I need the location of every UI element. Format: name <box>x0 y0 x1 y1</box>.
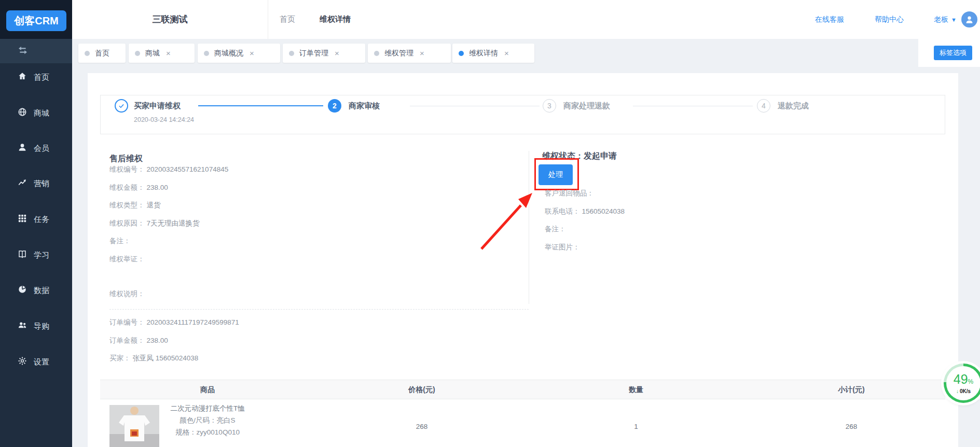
check-icon <box>118 102 125 109</box>
close-icon[interactable]: × <box>420 49 424 57</box>
annotation-arrow <box>466 186 544 258</box>
step-timestamp: 2020-03-24 14:24:24 <box>134 116 194 123</box>
book-icon <box>18 249 27 261</box>
close-icon[interactable]: × <box>335 49 339 57</box>
app-window: 创客CRM 首页 商城 会员 营销 任务 学习 数据 导购 <box>0 0 980 447</box>
col-product: 商品 <box>200 380 215 399</box>
breadcrumb-current: 维权详情 <box>320 0 351 39</box>
tab-dot <box>289 51 294 56</box>
tab-dot <box>135 51 140 56</box>
close-icon[interactable]: × <box>250 49 254 57</box>
close-icon[interactable]: × <box>504 49 509 57</box>
col-price: 价格(元) <box>408 380 435 399</box>
sidebar-item-home[interactable]: 首页 <box>0 67 72 88</box>
help-center-link[interactable]: 帮助中心 <box>875 0 904 39</box>
field-row: 备注： <box>109 236 228 246</box>
order-fields: 订单编号：202003241117197249599871 订单金额：238.0… <box>109 318 239 372</box>
field-desc: 维权说明： <box>109 289 145 299</box>
tab-rights-management[interactable]: 维权管理 × <box>368 44 451 63</box>
field-row: 维权编号：202003245571621074845 <box>109 165 228 174</box>
sidebar-item-study[interactable]: 学习 <box>0 245 72 266</box>
after-sale-fields: 维权编号：202003245571621074845 维权金额：238.00 维… <box>109 165 228 272</box>
username: 老板 <box>934 15 948 24</box>
field-row: 备注： <box>545 225 625 234</box>
field-row: 维权金额：238.00 <box>109 183 228 192</box>
col-subtotal: 小计(元) <box>838 380 864 399</box>
step-connector <box>410 106 540 106</box>
cell-quantity: 1 <box>634 423 638 430</box>
step-circle-4: 4 <box>757 99 770 113</box>
field-row: 维权原因：7天无理由退换货 <box>109 219 228 228</box>
tag-options-button[interactable]: 标签选项 <box>934 46 972 60</box>
down-arrow-icon: ↓ <box>956 388 959 394</box>
task-grid-icon <box>18 214 27 225</box>
step-connector <box>633 106 753 106</box>
user-menu[interactable]: 老板 ▼ <box>934 0 957 39</box>
after-sale-title: 售后维权 <box>109 153 143 164</box>
dashed-divider <box>109 309 529 310</box>
avatar[interactable] <box>961 11 977 27</box>
step-connector-done <box>198 105 323 106</box>
step-label-1: 买家申请维权 <box>134 101 181 111</box>
step-circle-3: 3 <box>543 99 556 113</box>
sidebar-item-tasks[interactable]: 任务 <box>0 209 72 230</box>
tab-dot <box>85 51 90 56</box>
sidebar-item-data[interactable]: 数据 <box>0 280 72 301</box>
field-row: 买家：张亚凤 15605024038 <box>109 354 239 363</box>
progress-steps-box <box>100 95 945 134</box>
field-row: 订单编号：202003241117197249599871 <box>109 318 239 327</box>
tab-dot <box>374 51 379 56</box>
product-name: 二次元动漫打底个性T恤 <box>170 404 244 413</box>
product-spec-code: 规格：zyy0010Q010 <box>175 428 240 437</box>
field-row: 维权类型：退货 <box>109 201 228 210</box>
step-circle-done <box>115 99 128 113</box>
field-row: 联系电话：15605024038 <box>545 207 625 216</box>
gear-icon <box>18 356 27 368</box>
download-progress-badge: 49% ↓0K/s <box>944 364 980 403</box>
step-circle-current: 2 <box>328 99 341 113</box>
tab-home[interactable]: 首页 <box>78 44 126 63</box>
tab-mall[interactable]: 商城 × <box>129 44 195 63</box>
table-header <box>100 380 945 399</box>
step-label-4: 退款完成 <box>778 101 809 111</box>
tab-order-management[interactable]: 订单管理 × <box>283 44 365 63</box>
sidebar-item-marketing[interactable]: 营销 <box>0 173 72 194</box>
download-speed: ↓0K/s <box>956 388 971 394</box>
sidebar-item-guide[interactable]: 导购 <box>0 316 72 337</box>
product-spec-color: 颜色/尺码：亮白S <box>180 416 235 425</box>
chevron-down-icon: ▼ <box>951 17 957 23</box>
header-divider <box>268 0 268 39</box>
home-icon <box>18 72 27 83</box>
progress-percent: 49% <box>954 373 973 388</box>
store-name: 三联测试 <box>72 0 268 39</box>
sidebar-item-settings[interactable]: 设置 <box>0 352 72 372</box>
field-row: 举证图片： <box>545 243 625 252</box>
sidebar-item-mall[interactable]: 商城 <box>0 103 72 123</box>
close-icon[interactable]: × <box>166 49 171 57</box>
marketing-icon <box>18 178 27 189</box>
product-image <box>109 405 159 447</box>
field-row: 订单金额：238.00 <box>109 336 239 345</box>
cell-subtotal: 268 <box>846 423 858 430</box>
cell-price: 268 <box>416 423 428 430</box>
collapse-arrows-icon <box>18 46 28 57</box>
field-row: 维权举证： <box>109 255 228 264</box>
breadcrumb-home[interactable]: 首页 <box>280 0 295 39</box>
group-icon <box>18 320 27 332</box>
step-label-3: 商家处理退款 <box>563 101 610 111</box>
field-row: 客户退回物品： <box>545 189 625 198</box>
mall-icon <box>18 107 27 119</box>
status-fields: 客户退回物品： 联系电话：15605024038 备注： 举证图片： <box>545 189 625 260</box>
tab-mall-overview[interactable]: 商城概况 × <box>198 44 280 63</box>
pie-chart-icon <box>18 285 27 296</box>
tab-dot-active <box>459 51 464 56</box>
tab-dot <box>204 51 209 56</box>
sidebar-collapse-bar[interactable] <box>0 39 72 63</box>
app-logo[interactable]: 创客CRM <box>6 10 66 31</box>
col-quantity: 数量 <box>629 380 643 399</box>
tab-rights-detail[interactable]: 维权详情 × <box>452 44 534 63</box>
member-icon <box>18 143 27 154</box>
online-service-link[interactable]: 在线客服 <box>815 0 844 39</box>
sidebar-item-member[interactable]: 会员 <box>0 138 72 159</box>
user-bust-icon <box>964 15 974 24</box>
